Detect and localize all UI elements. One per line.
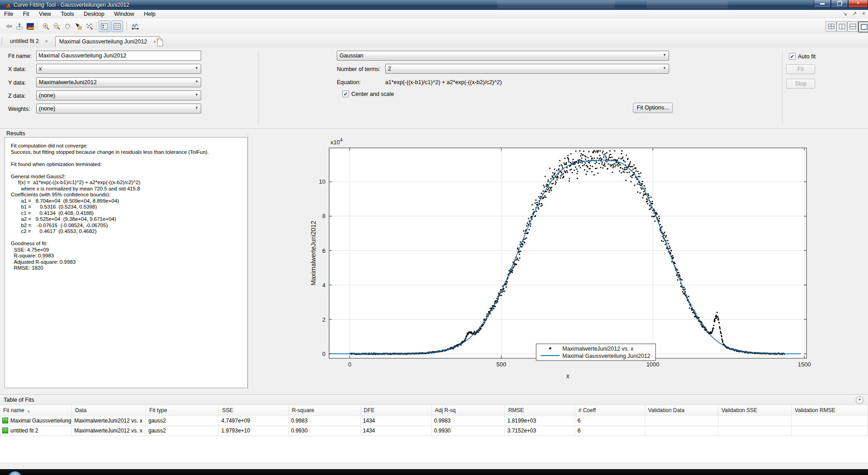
- tab-close-icon[interactable]: ×: [45, 38, 47, 44]
- legend-toggle-button[interactable]: [99, 20, 110, 32]
- column-header-validation-sse[interactable]: Validation SSE: [718, 405, 792, 416]
- column-header-label: Adj R-sq: [435, 407, 456, 413]
- legend-marker-dot: [549, 347, 552, 350]
- z-data-select[interactable]: (none) ▼: [36, 90, 201, 100]
- table-cell[interactable]: gauss2: [146, 416, 219, 426]
- x-data-select[interactable]: x ▼: [36, 64, 201, 74]
- table-cell[interactable]: 6: [575, 416, 645, 426]
- table-cell[interactable]: [645, 416, 718, 426]
- menu-fit[interactable]: Fit: [19, 10, 33, 19]
- column-header-data[interactable]: Data: [72, 405, 146, 416]
- dock-icon[interactable]: ↘: [843, 10, 847, 17]
- new-fit-icon[interactable]: [156, 38, 164, 48]
- fit-options-button[interactable]: Fit Options...: [633, 103, 673, 113]
- data-cursor-icon[interactable]: [72, 20, 84, 32]
- zoom-in-icon[interactable]: [40, 20, 52, 32]
- exclude-outliers-icon[interactable]: [83, 20, 95, 32]
- stop-button[interactable]: Stop: [786, 79, 815, 89]
- column-header-fit-name[interactable]: Fit name▲: [0, 405, 72, 416]
- x-axis-label: x: [566, 372, 570, 380]
- fit-button[interactable]: Fit: [786, 64, 815, 74]
- tab-maximal-gaussverteilung[interactable]: Maximal Gaussverteilung Juni2012 ×: [55, 36, 160, 47]
- menu-tools[interactable]: Tools: [57, 10, 78, 19]
- colormap-icon[interactable]: [24, 20, 36, 32]
- table-cell-text: MaximalwerteJuni2012 vs. x: [74, 418, 142, 424]
- close-button[interactable]: ×: [848, 0, 868, 8]
- svg-text:1500: 1500: [798, 361, 811, 368]
- rotate-3d-icon[interactable]: [14, 20, 25, 32]
- y-data-select[interactable]: MaximalwerteJuni2012 ▼: [36, 77, 201, 87]
- plot-pane[interactable]: 0500100015000246810x104xMaximalwerteJuni…: [249, 134, 868, 390]
- column-header-label: DFE: [364, 407, 375, 413]
- table-cell[interactable]: [645, 426, 718, 436]
- table-cell[interactable]: Maximal Gaussverteilung...: [0, 416, 72, 426]
- table-cell[interactable]: gauss2: [146, 426, 219, 436]
- menu-help[interactable]: Help: [140, 10, 160, 19]
- column-header-dfe[interactable]: DFE: [361, 405, 432, 416]
- table-cell[interactable]: 0.9983: [289, 416, 361, 426]
- table-cell[interactable]: [792, 416, 868, 426]
- menu-window[interactable]: Window: [110, 10, 138, 19]
- svg-text:500: 500: [496, 361, 506, 368]
- table-row[interactable]: Maximal Gaussverteilung...MaximalwerteJu…: [0, 416, 868, 426]
- table-cell[interactable]: 1.9793e+10: [219, 426, 288, 436]
- auto-fit-label: Auto fit: [798, 53, 816, 60]
- table-cell[interactable]: 0.9930: [432, 426, 505, 436]
- menu-file[interactable]: File: [0, 10, 17, 19]
- close-tool-icon[interactable]: ×: [862, 10, 865, 17]
- restore-button[interactable]: [831, 0, 848, 8]
- pane-splitter[interactable]: [248, 134, 248, 390]
- menu-desktop[interactable]: Desktop: [80, 10, 108, 19]
- undock-icon[interactable]: ↗: [853, 10, 857, 17]
- print-arrow-icon[interactable]: [3, 20, 14, 32]
- zoom-out-icon[interactable]: [51, 20, 62, 32]
- table-cell[interactable]: 4.7497e+09: [219, 416, 288, 426]
- table-cell[interactable]: 0.9930: [289, 426, 361, 436]
- column-header-adj-r-sq[interactable]: Adj R-sq: [432, 405, 505, 416]
- center-scale-label: Center and scale: [351, 91, 394, 97]
- column-header-rmse[interactable]: RMSE: [505, 405, 575, 416]
- layout-rows-button[interactable]: [847, 21, 858, 32]
- table-row[interactable]: untitled fit 2MaximalwerteJuni2012 vs. x…: [0, 426, 868, 436]
- table-cell[interactable]: 1434: [361, 416, 432, 426]
- column-header-sse[interactable]: SSE: [219, 405, 288, 416]
- plot-legend[interactable]: MaximalwerteJuni2012 vs. xMaximal Gaussv…: [536, 344, 656, 361]
- terms-select[interactable]: 2 ▼: [385, 64, 669, 74]
- weights-select[interactable]: (none) ▼: [36, 104, 201, 114]
- column-header-fit-type[interactable]: Fit type: [146, 405, 219, 416]
- table-cell[interactable]: MaximalwerteJuni2012 vs. x: [72, 416, 146, 426]
- column-header--coeff[interactable]: # Coeff: [575, 405, 645, 416]
- center-scale-checkbox[interactable]: ✔: [342, 90, 349, 97]
- tab-untitled-fit-2[interactable]: untitled fit 2 ×: [6, 36, 52, 46]
- table-cell[interactable]: 1434: [361, 426, 432, 436]
- adjust-axes-limits-icon[interactable]: [129, 20, 141, 32]
- table-cell[interactable]: [718, 426, 792, 436]
- table-cell[interactable]: 0.9983: [432, 416, 505, 426]
- menu-view[interactable]: View: [35, 10, 55, 19]
- table-cell[interactable]: MaximalwerteJuni2012 vs. x: [72, 426, 146, 436]
- tabbar-drag-handle[interactable]: [1, 38, 2, 45]
- table-cell[interactable]: 3.7152e+03: [505, 426, 575, 436]
- column-header-label: Data: [75, 407, 86, 413]
- column-header-r-square[interactable]: R-square: [289, 405, 361, 416]
- column-header-validation-rmse[interactable]: Validation RMSE: [792, 405, 868, 416]
- table-cell[interactable]: 1.8199e+03: [505, 416, 575, 426]
- fit-name-input[interactable]: Maximal Gaussverteilung Juni2012: [36, 51, 201, 61]
- table-cell[interactable]: [718, 416, 792, 426]
- fit-type-select[interactable]: Gaussian ▼: [337, 51, 669, 61]
- table-cell[interactable]: untitled fit 2: [0, 426, 72, 436]
- collapse-panel-icon[interactable]: ▼: [856, 396, 863, 404]
- layout-grid-button[interactable]: [826, 21, 836, 32]
- plot-canvas[interactable]: 0500100015000246810x104xMaximalwerteJuni…: [249, 134, 868, 390]
- auto-fit-checkbox[interactable]: ✔: [789, 53, 796, 60]
- chevron-down-icon: ▼: [195, 80, 198, 84]
- minimize-button[interactable]: [814, 0, 831, 8]
- pan-hand-icon[interactable]: [61, 20, 73, 32]
- column-header-validation-data[interactable]: Validation Data: [645, 405, 718, 416]
- table-cell[interactable]: [792, 426, 868, 436]
- svg-text:0: 0: [348, 361, 351, 368]
- layout-columns-button[interactable]: [836, 21, 847, 32]
- layout-single-button[interactable]: [858, 21, 868, 33]
- grid-toggle-button[interactable]: [111, 20, 123, 32]
- table-cell[interactable]: 6: [575, 426, 645, 436]
